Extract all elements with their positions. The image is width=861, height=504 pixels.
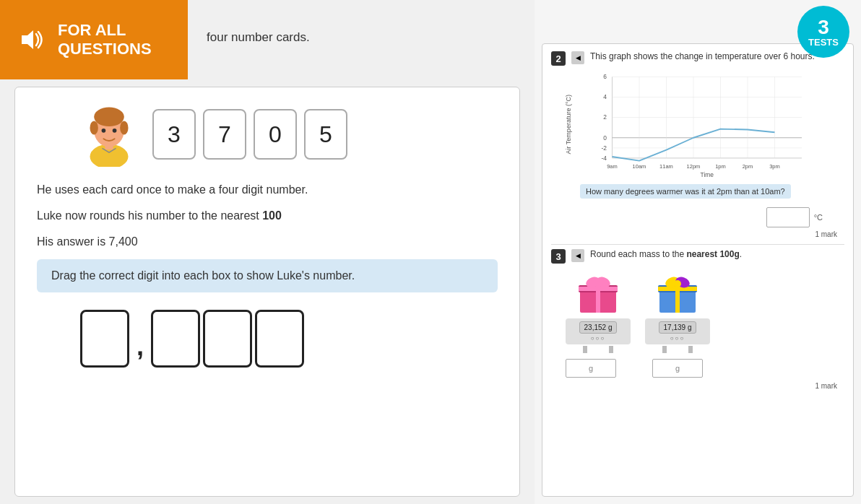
question-line2: Luke now rounds his number to the neares… <box>37 207 498 225</box>
number-card-3[interactable]: 3 <box>152 109 196 160</box>
intro-text: four number cards. <box>207 30 310 45</box>
section-divider <box>551 244 844 245</box>
instruction-box: Drag the correct digit into each box to … <box>37 259 498 292</box>
svg-point-50 <box>674 280 681 287</box>
q2-text: This graph shows the change in temperatu… <box>590 51 844 61</box>
q3-answer-row: g g <box>566 359 844 378</box>
chart-svg: 6 4 2 0 -2 -4 <box>578 70 809 178</box>
q3-text: Round each mass to the nearest 100g. <box>590 249 844 259</box>
q2-mark: 1 mark <box>551 230 837 238</box>
svg-point-4 <box>94 108 124 127</box>
svg-text:Time: Time <box>701 171 714 178</box>
tests-number: 3 <box>818 17 829 38</box>
q3-audio-btn[interactable]: ◀ <box>571 249 584 262</box>
answer-box-3[interactable] <box>255 310 304 368</box>
header-text: FOR ALL QUESTIONS <box>58 21 152 59</box>
scale-leg-l2 <box>662 346 667 353</box>
q3-header: 3 ◀ Round each mass to the nearest 100g. <box>551 249 844 264</box>
q3-unit-2: g <box>675 364 680 373</box>
q3-answer-box-2[interactable]: g <box>652 359 703 378</box>
right-card: 2 ◀ This graph shows the change in tempe… <box>542 43 854 497</box>
answer-box-2[interactable] <box>203 310 252 368</box>
svg-text:4: 4 <box>603 93 607 100</box>
gift-1-icon <box>573 268 623 318</box>
q3-answer-box-1[interactable]: g <box>566 359 616 378</box>
svg-text:3pm: 3pm <box>769 163 780 170</box>
svg-text:2pm: 2pm <box>743 163 753 170</box>
q2-answer-box[interactable] <box>766 207 810 227</box>
question-card: 3 7 0 5 He uses each card once to make a… <box>14 87 520 497</box>
q3-number: 3 <box>551 249 566 264</box>
scale-display-2: 17,139 g <box>659 321 697 334</box>
question-line1: He uses each card once to make a four di… <box>37 181 498 199</box>
q2-header: 2 ◀ This graph shows the change in tempe… <box>551 51 844 66</box>
svg-text:11am: 11am <box>659 163 673 170</box>
header-line1: FOR ALL <box>58 21 152 40</box>
left-panel: FOR ALL QUESTIONS four number cards. <box>0 0 535 504</box>
svg-point-8 <box>113 129 117 133</box>
q3-mark: 1 mark <box>551 382 837 390</box>
answer-box-1[interactable] <box>151 310 200 368</box>
answer-boxes: , <box>80 310 498 368</box>
q2-unit: °C <box>814 213 823 222</box>
number-card-7[interactable]: 7 <box>203 109 246 160</box>
svg-text:-4: -4 <box>602 155 607 162</box>
svg-point-5 <box>90 121 98 135</box>
svg-point-43 <box>594 280 602 287</box>
q2-subquestion: How many degrees warmer was it at 2pm th… <box>580 184 791 199</box>
q2-answer-row: °C <box>551 207 823 227</box>
header-bar: FOR ALL QUESTIONS <box>0 0 188 79</box>
scale-dots-1: ○○○ <box>591 335 606 342</box>
svg-text:2: 2 <box>603 113 607 121</box>
svg-text:-2: -2 <box>602 144 607 152</box>
q3-unit-1: g <box>589 364 593 373</box>
answer-box-group <box>151 310 304 368</box>
scale-display-1: 23,152 g <box>579 321 618 334</box>
svg-point-6 <box>120 121 128 135</box>
number-card-0[interactable]: 0 <box>254 109 297 160</box>
scale-1: 23,152 g ○○○ <box>566 268 631 353</box>
svg-text:6: 6 <box>603 73 607 80</box>
speaker-icon[interactable] <box>14 24 46 56</box>
comma-separator: , <box>137 331 144 368</box>
tests-badge: 3 TESTS <box>797 6 849 58</box>
y-axis-label: Air Temperature (°C) <box>566 95 572 154</box>
scale-leg-l1 <box>583 346 587 353</box>
right-panel: 3 TESTS 2 ◀ This graph shows the change … <box>535 0 861 504</box>
boy-avatar <box>80 102 138 167</box>
scale-legs-2 <box>662 346 693 353</box>
number-card-5[interactable]: 5 <box>304 109 347 160</box>
scales-row: 23,152 g ○○○ <box>566 268 844 353</box>
answer-box-single[interactable] <box>80 310 129 368</box>
scale-leg-r2 <box>688 346 693 353</box>
scale-base-1: 23,152 g ○○○ <box>566 318 631 344</box>
q3-area: 3 ◀ Round each mass to the nearest 100g. <box>551 249 844 390</box>
q2-audio-btn[interactable]: ◀ <box>571 51 584 64</box>
svg-text:12pm: 12pm <box>687 163 701 170</box>
scale-base-2: 17,139 g ○○○ <box>645 318 710 344</box>
question-line3: His answer is 7,400 <box>37 233 498 251</box>
svg-text:1pm: 1pm <box>715 163 726 170</box>
scale-legs-1 <box>583 346 613 353</box>
scale-dots-2: ○○○ <box>670 335 685 342</box>
cards-row: 3 7 0 5 <box>80 102 498 167</box>
header-line2: QUESTIONS <box>58 40 152 58</box>
svg-text:9am: 9am <box>607 163 618 170</box>
q2-number: 2 <box>551 51 566 66</box>
svg-text:10am: 10am <box>633 163 646 170</box>
svg-point-7 <box>102 129 106 133</box>
tests-label: TESTS <box>808 38 839 47</box>
temperature-chart: Air Temperature (°C) 6 4 2 0 -2 -4 <box>566 70 844 178</box>
gift-2-icon <box>652 268 703 318</box>
svg-text:0: 0 <box>603 134 607 142</box>
scale-2: 17,139 g ○○○ <box>645 268 710 353</box>
scale-leg-r1 <box>609 346 613 353</box>
svg-marker-0 <box>22 30 33 49</box>
